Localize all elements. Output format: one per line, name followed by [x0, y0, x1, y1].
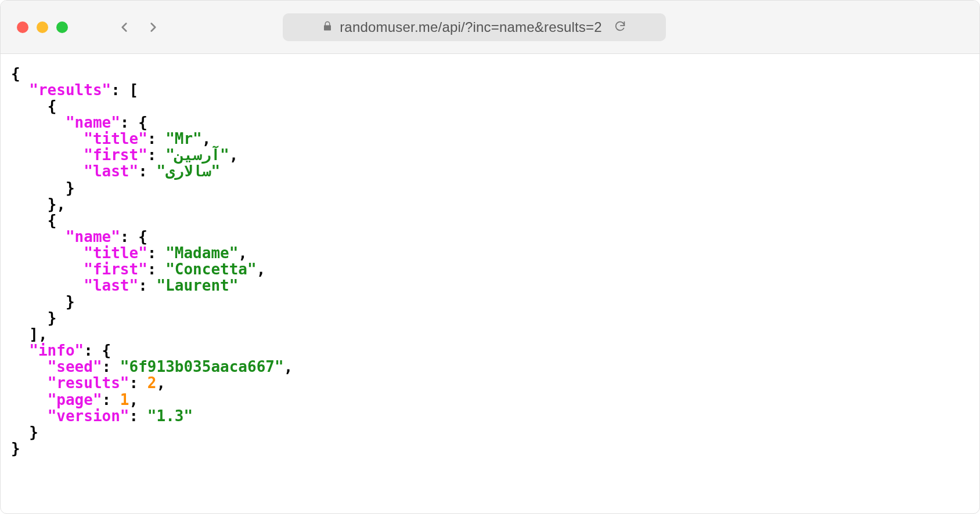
- json-string: "Madame": [165, 244, 238, 262]
- reload-button[interactable]: [614, 20, 626, 35]
- json-key: "last": [84, 162, 138, 180]
- json-key: "title": [84, 244, 147, 262]
- window-controls: [17, 21, 68, 33]
- close-button[interactable]: [17, 21, 28, 33]
- json-key: "page": [48, 391, 102, 408]
- json-string: "6f913b035aaca667": [120, 358, 284, 375]
- json-key: "results": [29, 81, 111, 99]
- json-key: "version": [48, 407, 129, 425]
- json-string: "Mr": [165, 130, 202, 147]
- maximize-button[interactable]: [56, 21, 68, 33]
- json-key: "first": [84, 260, 147, 278]
- browser-toolbar: randomuser.me/api/?inc=name&results=2: [1, 1, 979, 54]
- json-string: "1.3": [147, 407, 193, 425]
- json-string: "آرسین": [165, 146, 229, 164]
- json-key: "title": [84, 130, 147, 147]
- minimize-button[interactable]: [37, 21, 48, 33]
- json-number: 1: [120, 391, 129, 408]
- json-string: "سالاری": [156, 162, 220, 180]
- json-key: "info": [29, 342, 84, 359]
- json-key: "results": [48, 374, 129, 392]
- json-number: 2: [147, 374, 157, 392]
- json-key: "name": [66, 228, 120, 245]
- url-text: randomuser.me/api/?inc=name&results=2: [340, 19, 602, 35]
- json-key: "last": [84, 277, 138, 294]
- forward-button[interactable]: [146, 20, 161, 35]
- address-bar[interactable]: randomuser.me/api/?inc=name&results=2: [283, 13, 666, 41]
- json-string: "Laurent": [156, 277, 238, 294]
- back-button[interactable]: [117, 20, 132, 35]
- json-string: "Concetta": [165, 260, 257, 278]
- json-key: "first": [84, 146, 147, 164]
- json-key: "seed": [48, 358, 102, 375]
- json-key: "name": [66, 114, 120, 131]
- nav-buttons: [117, 20, 161, 35]
- lock-icon: [322, 21, 333, 34]
- json-content: { "results": [ { "name": { "title": "Mr"…: [1, 54, 979, 468]
